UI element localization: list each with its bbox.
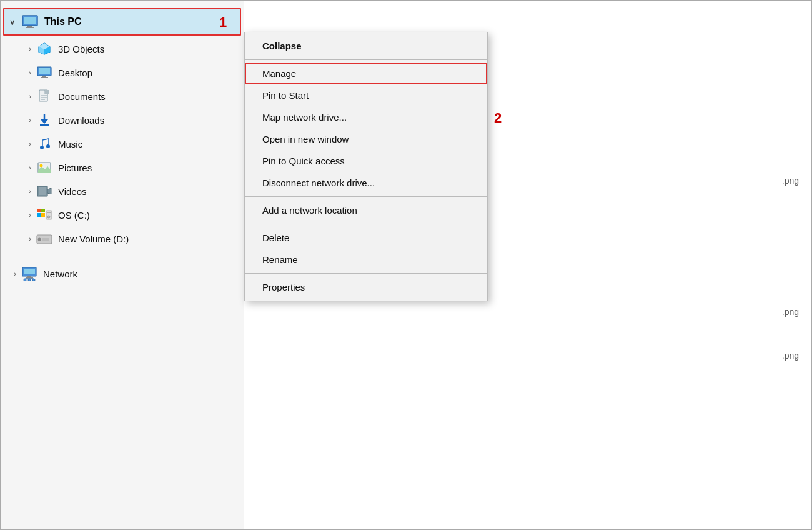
pin-start-label: Pin to Start [262,90,309,101]
music-chevron: › [24,140,36,148]
step1-badge: 1 [219,14,227,31]
svg-rect-9 [39,68,50,74]
sidebar: ∨ This PC 1 › [1,1,244,529]
disconnect-label: Disconnect network drive... [262,178,375,188]
context-menu-pin-quick[interactable]: Pin to Quick access [245,150,487,172]
svg-rect-3 [26,27,34,28]
sidebar-item-downloads[interactable]: › Downloads [1,108,244,132]
manage-label: Manage [262,68,296,79]
svg-point-36 [38,238,41,241]
step2-badge: 2 [494,110,502,126]
svg-rect-1 [24,17,36,24]
svg-point-21 [46,144,50,148]
sidebar-item-new-volume[interactable]: › New Volume (D:) [1,227,244,251]
network-chevron: › [9,270,21,278]
this-pc-icon [21,14,39,30]
sidebar-item-documents[interactable]: › Documents [1,84,244,108]
context-menu-map-network[interactable]: Map network drive... [245,106,487,128]
context-menu-add-network[interactable]: Add a network location [245,199,487,221]
3d-objects-icon [36,41,53,56]
map-network-label: Map network drive... [262,112,347,122]
os-c-icon [36,208,53,222]
new-volume-icon [36,231,53,246]
network-label: Network [43,269,77,279]
delete-label: Delete [262,232,289,243]
music-icon [36,136,53,151]
pictures-label: Pictures [58,162,92,173]
documents-icon [36,89,53,104]
add-network-label: Add a network location [262,205,357,216]
context-menu-manage[interactable]: Manage [245,62,487,84]
documents-label: Documents [58,91,106,102]
documents-chevron: › [24,92,36,100]
desktop-chevron: › [24,69,36,76]
videos-label: Videos [58,186,87,197]
context-menu-rename[interactable]: Rename [245,249,487,271]
videos-icon [36,184,53,199]
sidebar-item-music[interactable]: › Music [1,132,244,156]
sidebar-item-network[interactable]: › Network [1,262,244,286]
context-menu-properties[interactable]: Properties [245,276,487,298]
music-label: Music [58,139,82,149]
svg-rect-26 [39,188,46,195]
sidebar-item-pictures[interactable]: › Pictures [1,156,244,179]
file-hint-2: .png [782,307,799,317]
svg-rect-33 [47,212,51,213]
videos-chevron: › [24,188,36,195]
collapse-label: Collapse [262,41,302,51]
downloads-label: Downloads [58,115,104,126]
sidebar-item-desktop[interactable]: › Desktop [1,61,244,84]
svg-point-20 [40,146,44,149]
svg-marker-27 [47,188,51,194]
file-hint-3: .png [782,351,799,361]
computer-icon [21,15,39,29]
svg-rect-28 [37,209,41,212]
context-menu-open-new[interactable]: Open in new window [245,128,487,150]
pictures-chevron: › [24,164,36,171]
svg-rect-29 [41,209,45,212]
context-menu-collapse[interactable]: Collapse [245,35,487,57]
svg-point-23 [40,164,43,168]
desktop-label: Desktop [58,68,92,78]
3d-objects-chevron: › [24,45,36,52]
sidebar-item-os-c[interactable]: › OS (C:) [1,203,244,227]
open-new-label: Open in new window [262,134,349,144]
divider-3 [245,224,487,224]
file-hint-1: .png [782,176,799,186]
file-explorer-window: ∨ This PC 1 › [0,0,812,530]
this-pc-chevron: ∨ [9,18,21,27]
3d-objects-label: 3D Objects [58,44,104,54]
pictures-icon [36,160,53,175]
sidebar-item-videos[interactable]: › Videos [1,179,244,203]
context-menu-pin-start[interactable]: Pin to Start [245,84,487,106]
downloads-icon [36,112,53,128]
this-pc-label: This PC [44,16,82,28]
rename-label: Rename [262,254,298,265]
downloads-chevron: › [24,116,36,124]
properties-label: Properties [262,282,305,292]
svg-marker-18 [41,119,48,124]
new-volume-label: New Volume (D:) [58,234,129,244]
svg-rect-31 [41,213,45,217]
svg-point-34 [47,216,50,218]
sidebar-item-this-pc[interactable]: ∨ This PC [3,8,241,36]
svg-rect-11 [41,77,48,78]
context-menu-delete[interactable]: Delete [245,227,487,249]
sidebar-item-3d-objects[interactable]: › 3D Objects [1,37,244,61]
svg-rect-39 [24,269,35,274]
os-c-label: OS (C:) [58,210,90,221]
context-menu-disconnect[interactable]: Disconnect network drive... [245,172,487,194]
context-menu: Collapse Manage Pin to Start Map network… [244,32,488,301]
pin-quick-label: Pin to Quick access [262,156,345,166]
svg-rect-37 [42,238,49,241]
new-volume-chevron: › [24,235,36,242]
os-c-chevron: › [24,211,36,219]
divider-1 [245,59,487,60]
network-icon [21,266,38,281]
desktop-icon [36,65,53,80]
svg-rect-13 [45,90,49,94]
divider-4 [245,273,487,274]
svg-rect-30 [37,213,41,217]
divider-2 [245,196,487,197]
